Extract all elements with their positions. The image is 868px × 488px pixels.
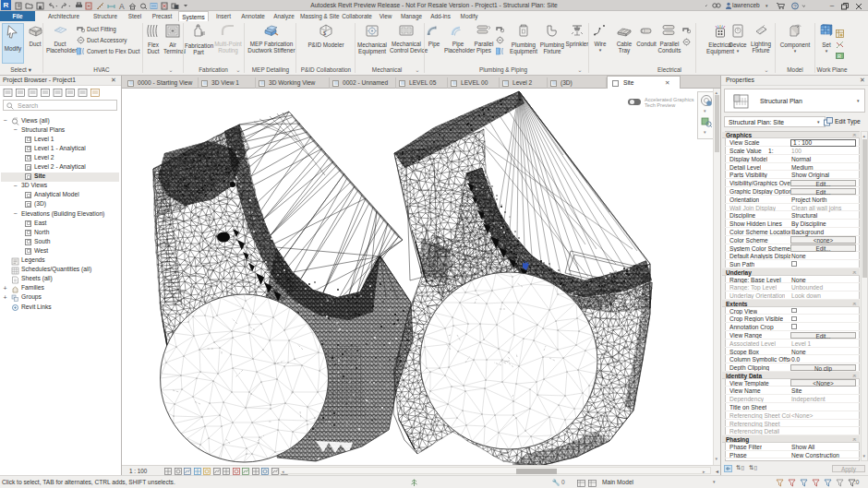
svg-text:R: R bbox=[838, 54, 841, 59]
svg-text:$: $ bbox=[323, 30, 326, 36]
